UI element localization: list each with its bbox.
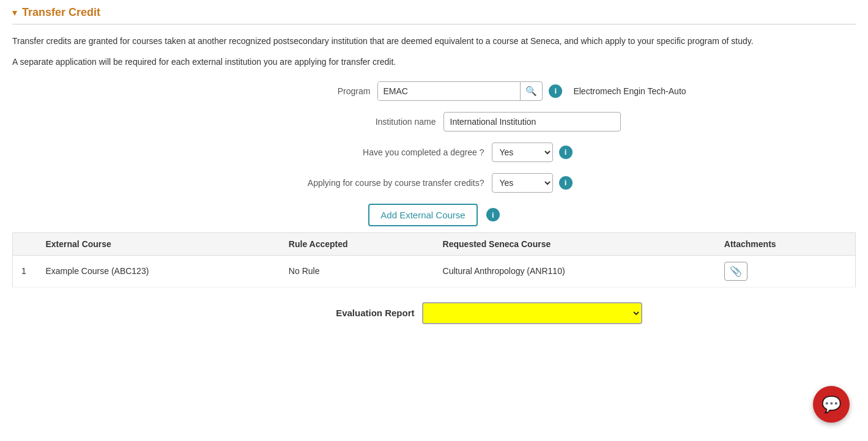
chat-fab-button[interactable]: 💬 xyxy=(813,386,850,423)
program-label: Program xyxy=(182,86,377,96)
transfer-select[interactable]: Yes No xyxy=(492,173,553,193)
program-description: Electromech Engin Tech-Auto xyxy=(573,86,686,96)
course-table: External Course Rule Accepted Requested … xyxy=(12,232,856,287)
add-external-info-icon[interactable]: i xyxy=(486,208,500,221)
institution-input[interactable] xyxy=(443,112,621,132)
degree-info-icon[interactable]: i xyxy=(559,146,573,159)
col-rule-accepted: Rule Accepted xyxy=(280,232,434,255)
course-table-body: 1 Example Course (ABC123) No Rule Cultur… xyxy=(13,255,856,287)
external-course-cell: Example Course (ABC123) xyxy=(37,255,280,287)
program-info-icon[interactable]: i xyxy=(549,84,562,98)
program-input-container: 🔍 xyxy=(377,81,543,101)
col-external-course: External Course xyxy=(37,232,280,255)
degree-select[interactable]: Yes No xyxy=(492,143,553,162)
transfer-control-area: Yes No i xyxy=(492,173,573,193)
table-header-row: External Course Rule Accepted Requested … xyxy=(13,232,856,255)
program-control-area: 🔍 i Electromech Engin Tech-Auto xyxy=(377,81,686,101)
evaluation-label: Evaluation Report xyxy=(226,308,422,318)
form-area: Program 🔍 i Electromech Engin Tech-Auto … xyxy=(12,81,856,324)
row-number: 1 xyxy=(13,255,37,287)
transfer-row: Applying for course by course transfer c… xyxy=(12,173,856,193)
evaluation-select[interactable]: Option 1 Option 2 xyxy=(422,302,642,324)
program-input[interactable] xyxy=(378,82,520,100)
add-external-row: Add External Course i xyxy=(12,204,856,226)
col-requested-seneca: Requested Seneca Course xyxy=(434,232,716,255)
degree-label: Have you completed a degree ? xyxy=(296,147,492,157)
requested-seneca-cell: Cultural Anthropology (ANR110) xyxy=(434,255,716,287)
program-row: Program 🔍 i Electromech Engin Tech-Auto xyxy=(12,81,856,101)
table-row: 1 Example Course (ABC123) No Rule Cultur… xyxy=(13,255,856,287)
add-external-course-button[interactable]: Add External Course xyxy=(368,204,477,226)
chat-fab-icon: 💬 xyxy=(822,395,841,414)
evaluation-row: Evaluation Report Option 1 Option 2 xyxy=(12,302,856,324)
attachments-cell: 📎 xyxy=(716,255,856,287)
description-line2: A separate application will be required … xyxy=(12,55,856,69)
description-line1: Transfer credits are granted for courses… xyxy=(12,34,856,48)
institution-label: Institution name xyxy=(248,117,443,127)
institution-row: Institution name xyxy=(12,112,856,132)
chevron-down-icon[interactable]: ▾ xyxy=(12,7,17,18)
degree-row: Have you completed a degree ? Yes No i xyxy=(12,143,856,162)
col-number xyxy=(13,232,37,255)
col-attachments: Attachments xyxy=(716,232,856,255)
program-search-button[interactable]: 🔍 xyxy=(520,82,542,100)
attachment-button[interactable]: 📎 xyxy=(724,262,747,281)
institution-control-area xyxy=(443,112,621,132)
transfer-info-icon[interactable]: i xyxy=(559,176,573,190)
section-title: Transfer Credit xyxy=(22,6,100,19)
rule-accepted-cell: No Rule xyxy=(280,255,434,287)
section-header: ▾ Transfer Credit xyxy=(12,6,856,24)
page-container: ▾ Transfer Credit Transfer credits are g… xyxy=(0,0,868,336)
transfer-label: Applying for course by course transfer c… xyxy=(296,178,492,188)
degree-control-area: Yes No i xyxy=(492,143,573,162)
